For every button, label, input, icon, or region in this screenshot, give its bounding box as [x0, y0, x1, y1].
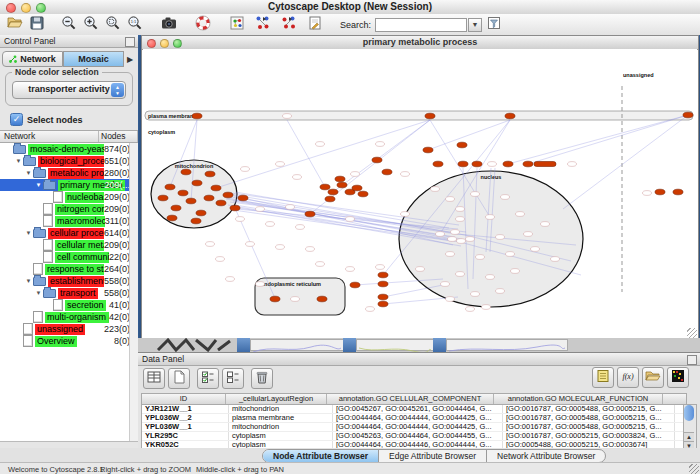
delete-button[interactable] — [251, 368, 273, 389]
node-selected-color[interactable] — [216, 200, 226, 206]
node[interactable] — [446, 197, 455, 202]
node[interactable] — [283, 114, 292, 119]
node-selected-color[interactable] — [457, 142, 467, 148]
background-window-pane[interactable] — [446, 339, 568, 351]
zoom-selected-button[interactable] — [102, 16, 124, 34]
node-selected-color[interactable] — [205, 171, 215, 177]
tree-row[interactable]: secretion41(0) — [0, 299, 138, 311]
node[interactable] — [266, 222, 275, 227]
network-window-titlebar[interactable]: primary metabolic process — [142, 36, 698, 50]
column-header[interactable]: _cellularLayoutRegion — [226, 394, 327, 404]
annotation-button[interactable] — [304, 16, 326, 34]
node-selected-color[interactable] — [350, 282, 360, 288]
table-row[interactable]: YPL036W__2plasma membrane[GO:0044464, GO… — [142, 414, 686, 423]
tree-row[interactable]: nitrogen compo209(0) — [0, 203, 138, 215]
column-header[interactable]: ID — [142, 394, 226, 404]
background-window-pane[interactable] — [250, 339, 344, 351]
node[interactable] — [496, 235, 505, 240]
node-selected-color[interactable] — [191, 218, 201, 224]
node[interactable] — [486, 275, 495, 280]
node-selected-color[interactable] — [378, 281, 388, 287]
tree-column-network[interactable]: Network — [0, 131, 99, 142]
node[interactable] — [241, 167, 250, 172]
node[interactable] — [551, 257, 560, 262]
formula-button[interactable]: f(x) — [617, 367, 639, 388]
node-selected-color[interactable] — [325, 196, 335, 202]
node[interactable] — [401, 172, 410, 177]
node[interactable] — [296, 225, 305, 230]
node[interactable] — [456, 272, 465, 277]
node[interactable] — [446, 297, 455, 302]
tree-row[interactable]: cellular metabo209(0) — [0, 239, 138, 251]
node[interactable] — [291, 297, 300, 302]
background-window-edge[interactable] — [237, 338, 250, 352]
close-button[interactable] — [147, 39, 156, 48]
node-selected-color[interactable] — [178, 190, 188, 196]
node-selected-color[interactable] — [270, 296, 280, 302]
node-selected-color[interactable] — [655, 189, 665, 195]
network-view-window[interactable]: primary metabolic process plasma membran… — [141, 35, 699, 340]
tab-node-attribute-browser[interactable]: Node Attribute Browser — [263, 450, 379, 462]
node-selected-color[interactable] — [204, 195, 214, 201]
tree-row[interactable]: ▼establishment of lo558(0) — [0, 275, 138, 287]
node[interactable] — [286, 205, 295, 210]
collapse-icon[interactable]: ▼ — [24, 278, 33, 284]
node[interactable] — [376, 142, 385, 147]
node-selected-color[interactable] — [167, 215, 177, 221]
node[interactable] — [541, 222, 550, 227]
node[interactable] — [511, 269, 520, 274]
node[interactable] — [293, 175, 302, 180]
float-panel-icon[interactable] — [687, 355, 697, 365]
search-dropdown-button[interactable]: ▼ — [468, 18, 482, 32]
node-selected-color[interactable] — [328, 189, 338, 195]
table-button[interactable] — [143, 368, 165, 389]
zoom-out-button[interactable] — [58, 16, 80, 34]
table-row[interactable]: YJR121W__1mitochondrion[GO:0045267, GO:0… — [142, 405, 686, 414]
node[interactable] — [276, 245, 285, 250]
node-selected-color[interactable] — [171, 205, 181, 211]
node[interactable] — [466, 237, 475, 242]
node[interactable] — [316, 262, 325, 267]
matrix-button[interactable] — [667, 367, 689, 388]
node-selected-color[interactable] — [317, 296, 327, 302]
node[interactable] — [471, 192, 480, 197]
node[interactable] — [436, 232, 445, 237]
window-titlebar[interactable]: Cytoscape Desktop (New Session) — [0, 0, 700, 15]
node[interactable] — [246, 242, 255, 247]
tab-network[interactable]: Network — [2, 51, 63, 67]
node-selected-color[interactable] — [673, 189, 683, 195]
float-panel-icon[interactable] — [125, 37, 135, 47]
table-row[interactable]: YLR295Ccytoplasm[GO:0045263, GO:0044464,… — [142, 432, 686, 441]
node-selected-color[interactable] — [230, 205, 240, 211]
node[interactable] — [476, 255, 485, 260]
node-selected-color[interactable] — [358, 191, 368, 197]
notes-button[interactable] — [592, 367, 614, 388]
node[interactable] — [506, 252, 515, 257]
node[interactable] — [488, 162, 497, 167]
node-selected-color[interactable] — [223, 192, 233, 198]
node[interactable] — [643, 191, 652, 196]
node-selected-color[interactable] — [196, 210, 206, 216]
save-button[interactable] — [26, 16, 48, 34]
node-selected-color[interactable] — [335, 176, 345, 182]
node-selected-color[interactable] — [305, 211, 315, 217]
tree-row[interactable]: ▼primary metabo209(... — [0, 179, 138, 191]
import-button[interactable] — [642, 367, 664, 388]
scrollbar-thumb[interactable] — [684, 405, 694, 421]
tab-mosaic[interactable]: Mosaic — [63, 51, 124, 67]
node-color-dropdown[interactable]: transporter activity ▲▼ — [12, 81, 126, 99]
tree-row[interactable]: ▼biological_process651(0) — [0, 155, 138, 167]
node[interactable] — [496, 289, 505, 294]
search-config-icon[interactable] — [486, 15, 502, 35]
node[interactable] — [466, 307, 475, 312]
node-selected-color[interactable] — [165, 184, 175, 190]
resize-grip[interactable] — [689, 464, 699, 474]
node[interactable] — [401, 212, 410, 217]
node[interactable] — [346, 267, 355, 272]
collapse-icon[interactable]: ▼ — [24, 230, 33, 236]
collapse-icon[interactable]: ▼ — [34, 182, 43, 188]
node-selected-color[interactable] — [472, 161, 482, 167]
close-button[interactable] — [6, 3, 16, 13]
node-selected-color[interactable] — [458, 161, 468, 167]
node-selected-color[interactable] — [523, 161, 533, 167]
